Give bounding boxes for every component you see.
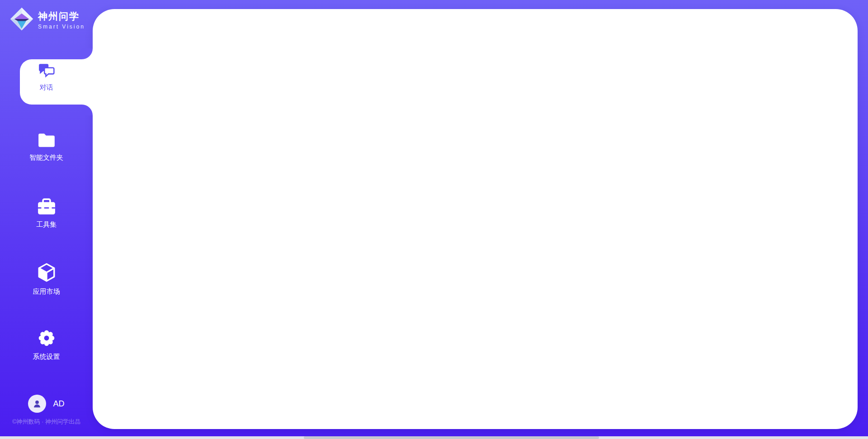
main-content-panel — [93, 9, 858, 429]
cube-icon — [37, 262, 56, 284]
sidebar-item-toolbox[interactable]: 工具集 — [0, 198, 93, 229]
sidebar-item-label: 对话 — [40, 83, 53, 92]
user-initials: AD — [53, 399, 64, 409]
sidebar-item-app-market[interactable]: 应用市场 — [0, 262, 93, 296]
copyright-text: ©神州数码 · 神州问学出品 — [0, 418, 93, 426]
brand-logo: 神州问学 Smart Vision — [10, 7, 85, 33]
sidebar-item-label: 应用市场 — [33, 287, 60, 296]
gem-logo-icon — [10, 7, 33, 33]
toolbox-icon — [37, 198, 56, 217]
brand-subtitle: Smart Vision — [38, 24, 85, 30]
sidebar-item-label: 智能文件夹 — [29, 153, 63, 162]
user-profile[interactable]: AD — [0, 395, 93, 413]
sidebar-item-smart-folder[interactable]: 智能文件夹 — [0, 132, 93, 162]
sidebar-item-chat[interactable]: 对话 — [0, 63, 93, 92]
brand-name: 神州问学 — [38, 10, 85, 23]
sidebar-item-label: 工具集 — [36, 220, 57, 229]
horizontal-scrollbar[interactable] — [0, 436, 868, 439]
gear-icon — [37, 329, 56, 349]
chat-icon — [38, 63, 55, 80]
sidebar-item-settings[interactable]: 系统设置 — [0, 329, 93, 361]
sidebar-item-label: 系统设置 — [33, 353, 60, 361]
folder-icon — [37, 132, 56, 150]
avatar — [28, 395, 46, 413]
scrollbar-thumb[interactable] — [304, 436, 599, 439]
